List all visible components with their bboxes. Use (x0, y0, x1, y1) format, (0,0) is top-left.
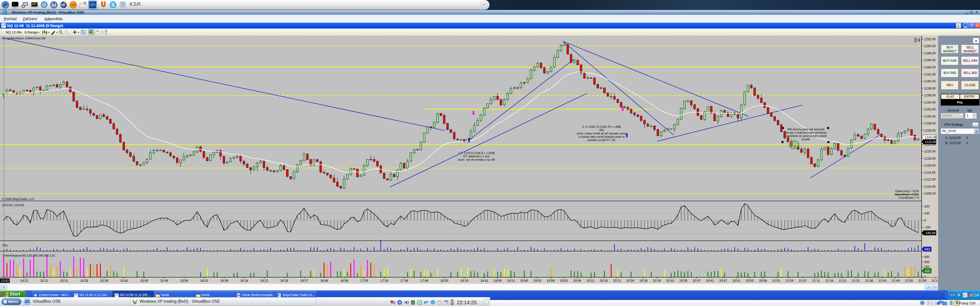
svg-text:20:51: 20:51 (732, 279, 740, 282)
svg-text:a výstup taky ručně protože js: a výstup taky ručně protože jsem si (579, 135, 625, 138)
svg-text:© 2008 NinjaTrader, LLC: © 2008 NinjaTrader, LLC (2, 197, 35, 200)
svg-text:15:33: 15:33 (80, 279, 88, 282)
svg-text:21:04: 21:04 (786, 279, 794, 282)
svg-text:NQ 12-08: NQ 12-08 (6, 30, 21, 34)
svg-text:OpenShort = 1221: OpenShort = 1221 (895, 193, 919, 196)
svg-text:1208,00: 1208,00 (924, 192, 935, 195)
svg-text:21:49: 21:49 (892, 279, 900, 282)
svg-text:19:53: 19:53 (533, 279, 541, 282)
svg-text:n: n (964, 293, 966, 297)
svg-text:20:06: 20:06 (573, 279, 581, 282)
svg-text:OpenLong = 1224: OpenLong = 1224 (895, 189, 919, 192)
svg-text:100: 100 (924, 212, 929, 215)
svg-text:1223,00: 1223,00 (924, 140, 936, 144)
svg-text:20:21: 20:21 (613, 279, 621, 282)
svg-text:15:12: 15:12 (40, 279, 48, 282)
svg-text:21:01: 21:01 (772, 279, 780, 282)
svg-text:16:49: 16:49 (320, 279, 328, 282)
svg-text:20:18: 20:18 (600, 279, 608, 282)
svg-text:RR: RR (600, 128, 604, 132)
svg-text:400: 400 (924, 255, 929, 259)
svg-text:CCI(14), CCI(14): CCI(14), CCI(14) (2, 203, 24, 206)
svg-text:1226,00: 1226,00 (924, 129, 935, 132)
svg-text:1250,00: 1250,00 (924, 44, 935, 48)
svg-text:15:41: 15:41 (120, 279, 128, 282)
svg-text:1236,00: 1236,00 (924, 94, 935, 97)
svg-text:20:53: 20:53 (746, 279, 754, 282)
svg-text:300: 300 (924, 260, 929, 264)
svg-text:17:19: 17:19 (380, 279, 388, 282)
svg-text:21:16: 21:16 (825, 279, 833, 282)
svg-text:21:21: 21:21 (838, 279, 846, 282)
svg-text:17:05: 17:05 (360, 279, 368, 282)
svg-text:20:58: 20:58 (759, 279, 767, 282)
svg-text:TimeHistogram(60,120,180,240,3: TimeHistogram(60,120,180,240,300,1,5) (2, 254, 55, 257)
svg-text:RangeNextOpen, EMA(Close,34): RangeNextOpen, EMA(Close,34) (2, 37, 45, 40)
svg-text:18:19: 18:19 (460, 279, 468, 282)
svg-text:1: L 1223,5-1228,5-> +100$: 1: L 1223,5-1228,5-> +100$ (458, 151, 495, 155)
svg-text:;-): ;-) (42, 3, 45, 6)
svg-text:1218,00: 1218,00 (924, 157, 935, 160)
svg-text:$: $ (101, 30, 103, 34)
svg-text:21:43: 21:43 (878, 279, 886, 282)
svg-text:16:09: 16:09 (220, 279, 228, 282)
svg-text:-180,69: -180,69 (924, 231, 935, 235)
svg-text:200: 200 (924, 205, 929, 208)
svg-text:1246,00: 1246,00 (924, 59, 935, 62)
svg-text:17:36: 17:36 (400, 279, 408, 282)
svg-text:842: 842 (924, 247, 930, 251)
svg-text:X: X (278, 294, 280, 296)
svg-text:2: S 1230,75-1226,75-> +80$: 2: S 1230,75-1226,75-> +80$ (582, 125, 621, 128)
svg-text:17:46: 17:46 (420, 279, 428, 282)
svg-text:1232,00: 1232,00 (924, 108, 935, 111)
svg-text:15:49: 15:49 (160, 279, 168, 282)
svg-text:omylem zrušil PT i SL: omylem zrušil PT i SL (587, 138, 616, 141)
svg-text:20:42: 20:42 (706, 279, 714, 282)
svg-text:-100: -100 (924, 226, 931, 229)
svg-text:W: W (238, 294, 240, 297)
svg-text:pozn.: byl do trendu a na SR: pozn.: byl do trendu a na SR (458, 158, 495, 161)
svg-text:1242,00: 1242,00 (924, 73, 935, 76)
svg-text:DT odlišnost o 1 tick: DT odlišnost o 1 tick (463, 155, 490, 158)
svg-text:1216,00: 1216,00 (924, 164, 935, 167)
svg-text:14:22: 14:22 (20, 279, 28, 282)
svg-text:20:29: 20:29 (653, 279, 661, 282)
svg-text:1228,00: 1228,00 (924, 122, 935, 125)
svg-text:pozdě.: pozdě. (802, 138, 811, 141)
svg-text:20:24: 20:24 (626, 279, 634, 282)
svg-text:15:45: 15:45 (140, 279, 148, 282)
svg-text:19:13: 19:13 (507, 279, 515, 282)
svg-text:21:55: 21:55 (905, 279, 913, 282)
svg-text:1224,09: 1224,09 (924, 136, 936, 139)
svg-text:16:16: 16:16 (240, 279, 248, 282)
svg-text:20:37: 20:37 (693, 279, 700, 282)
svg-text:;): ;) (432, 301, 433, 303)
svg-text:S: S (111, 2, 115, 8)
svg-text:20:26: 20:26 (640, 279, 648, 282)
svg-text:1240,00: 1240,00 (924, 79, 935, 83)
svg-text:21:07: 21:07 (799, 279, 807, 282)
svg-text:16:29: 16:29 (280, 279, 288, 282)
svg-text:15:31: 15:31 (60, 279, 68, 282)
svg-text:>_: >_ (13, 3, 16, 5)
svg-text:16:22: 16:22 (260, 279, 268, 282)
svg-text:13:52: 13:52 (1, 279, 9, 282)
svg-text:1212,00: 1212,00 (924, 178, 935, 181)
svg-text:21:31: 21:31 (852, 279, 860, 282)
svg-text:16:58: 16:58 (340, 279, 348, 282)
svg-text:200: 200 (924, 265, 929, 269)
svg-text:9 Range: 9 Range (24, 30, 38, 34)
svg-text:1230,00: 1230,00 (924, 115, 935, 118)
svg-text:16:37: 16:37 (300, 279, 308, 282)
svg-text:15:36: 15:36 (100, 279, 108, 282)
svg-text:1220,00: 1220,00 (924, 150, 935, 153)
svg-text:22:14: 22:14 (932, 279, 938, 282)
svg-text:20:12: 20:12 (587, 279, 594, 282)
svg-text:19:40: 19:40 (520, 279, 528, 282)
svg-text:110: 110 (924, 269, 930, 273)
svg-text:1244,00: 1244,00 (924, 65, 935, 69)
svg-text:1238,00: 1238,00 (924, 87, 935, 90)
svg-text:18:59: 18:59 (493, 279, 501, 282)
svg-text:18:41: 18:41 (480, 279, 488, 282)
svg-text:1252,00: 1252,00 (924, 38, 935, 41)
